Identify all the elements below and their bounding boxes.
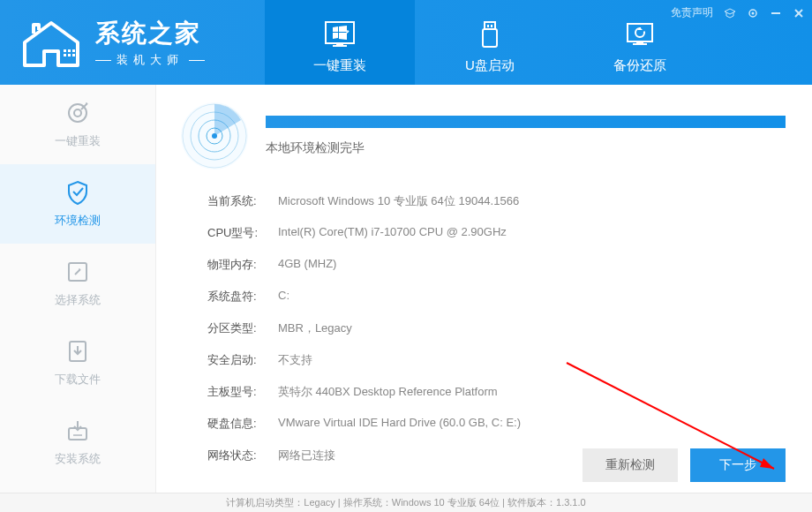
svg-rect-10	[485, 22, 495, 29]
backup-icon	[620, 19, 659, 50]
download-icon	[64, 338, 91, 365]
close-icon[interactable]	[793, 7, 805, 19]
usb-icon	[470, 19, 509, 50]
svg-rect-2	[72, 49, 75, 52]
tab-reinstall[interactable]: 一键重装	[265, 0, 415, 85]
sidebar-item-install[interactable]: 安装系统	[0, 403, 155, 482]
logo-area: 系统之家 装机大师	[0, 16, 265, 69]
svg-rect-9	[333, 45, 347, 47]
sidebar-item-selectsys[interactable]: 选择系统	[0, 244, 155, 323]
sidebar-label: 一键重装	[55, 133, 101, 149]
info-table: 当前系统:Microsoft Windows 10 专业版 64位 19044.…	[207, 185, 786, 471]
minimize-icon[interactable]	[770, 7, 782, 19]
svg-rect-17	[636, 41, 643, 43]
info-row: 硬盘信息:VMware Virtual IDE Hard Drive (60.0…	[207, 408, 786, 440]
sidebar-item-envcheck[interactable]: 环境检测	[0, 164, 155, 244]
window-controls: 免责声明	[671, 5, 805, 20]
select-icon	[64, 259, 91, 285]
footer: 计算机启动类型：Legacy | 操作系统：Windows 10 专业版 64位…	[0, 493, 812, 512]
shield-icon	[64, 179, 91, 206]
sidebar-label: 选择系统	[55, 292, 101, 308]
windows-icon	[320, 19, 359, 50]
main-content: 本地环境检测完毕 当前系统:Microsoft Windows 10 专业版 6…	[156, 85, 812, 493]
scan-status: 本地环境检测完毕	[266, 140, 786, 156]
top-tabs: 一键重装 U盘启动 备份还原	[265, 0, 715, 85]
logo-title: 系统之家	[95, 17, 205, 50]
svg-rect-18	[633, 43, 647, 45]
logo-icon	[16, 16, 86, 69]
svg-rect-8	[336, 43, 343, 45]
sidebar-label: 环境检测	[55, 213, 101, 229]
sidebar-label: 安装系统	[55, 451, 101, 467]
info-row: 主板型号:英特尔 440BX Desktop Reference Platfor…	[207, 376, 786, 408]
scan-row: 本地环境检测完毕	[181, 102, 786, 169]
svg-rect-1	[68, 49, 71, 52]
info-row: CPU型号:Intel(R) Core(TM) i7-10700 CPU @ 2…	[207, 217, 786, 249]
svg-point-25	[74, 109, 81, 117]
next-button[interactable]: 下一步	[690, 448, 786, 482]
info-row: 分区类型:MBR，Legacy	[207, 312, 786, 344]
body: 一键重装 环境检测 选择系统 下载文件 安装系统	[0, 85, 812, 493]
tab-label: U盘启动	[465, 57, 515, 74]
target-icon	[64, 100, 91, 126]
svg-point-36	[212, 133, 217, 139]
sidebar-item-download[interactable]: 下载文件	[0, 323, 155, 403]
install-icon	[64, 418, 91, 444]
svg-rect-11	[487, 25, 489, 27]
progress-bar	[266, 116, 786, 128]
radar-icon	[181, 102, 248, 169]
info-row: 当前系统:Microsoft Windows 10 专业版 64位 19044.…	[207, 185, 786, 217]
sidebar-label: 下载文件	[55, 372, 101, 388]
graduation-icon[interactable]	[724, 7, 736, 19]
header: 系统之家 装机大师 一键重装 U盘启动 备份还原 免责声明	[0, 0, 812, 85]
disclaimer-link[interactable]: 免责声明	[671, 5, 713, 20]
svg-rect-5	[72, 54, 75, 56]
svg-rect-14	[628, 24, 652, 41]
sidebar-item-reinstall[interactable]: 一键重装	[0, 85, 155, 164]
settings-icon[interactable]	[747, 7, 759, 19]
svg-rect-4	[68, 54, 71, 56]
tab-label: 备份还原	[613, 57, 666, 74]
footer-text: 计算机启动类型：Legacy | 操作系统：Windows 10 专业版 64位…	[226, 496, 585, 509]
svg-rect-12	[491, 25, 492, 27]
button-row: 重新检测 下一步	[583, 448, 786, 482]
svg-point-20	[752, 11, 755, 14]
sidebar: 一键重装 环境检测 选择系统 下载文件 安装系统	[0, 85, 156, 493]
info-row: 系统盘符:C:	[207, 281, 786, 312]
svg-rect-13	[483, 29, 497, 47]
tab-usb[interactable]: U盘启动	[415, 0, 565, 85]
info-row: 物理内存:4GB (MHZ)	[207, 249, 786, 281]
info-row: 安全启动:不支持	[207, 344, 786, 376]
svg-rect-3	[64, 54, 66, 56]
recheck-button[interactable]: 重新检测	[583, 448, 678, 482]
logo-subtitle: 装机大师	[95, 52, 205, 68]
tab-label: 一键重装	[313, 57, 366, 74]
svg-rect-0	[64, 49, 66, 52]
